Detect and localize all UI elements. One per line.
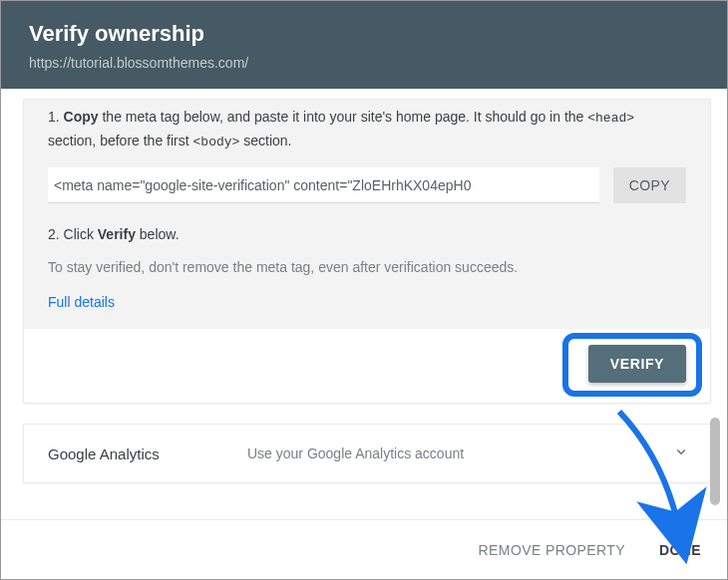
dialog-title: Verify ownership (29, 21, 699, 47)
step-2-text: 2. Click Verify below. (48, 223, 686, 245)
chevron-down-icon (672, 442, 690, 464)
dialog-header: Verify ownership https://tutorial.blosso… (1, 1, 727, 89)
stay-verified-note: To stay verified, don't remove the meta … (48, 259, 686, 275)
step-1-text: 1. Copy the meta tag below, and paste it… (48, 106, 686, 153)
html-tag-panel: 1. Copy the meta tag below, and paste it… (23, 99, 711, 404)
dialog-url: https://tutorial.blossomthemes.com/ (29, 55, 699, 71)
full-details-link[interactable]: Full details (48, 294, 115, 310)
copy-button[interactable]: COPY (613, 167, 686, 203)
meta-tag-input[interactable] (48, 167, 599, 203)
scrollbar-thumb[interactable] (710, 418, 720, 505)
google-analytics-panel[interactable]: Google Analytics Use your Google Analyti… (23, 424, 711, 483)
ga-description: Use your Google Analytics account (247, 445, 672, 461)
dialog-footer: REMOVE PROPERTY DONE (1, 519, 727, 579)
remove-property-button[interactable]: REMOVE PROPERTY (479, 542, 625, 558)
done-button[interactable]: DONE (659, 542, 701, 558)
dialog-body: 1. Copy the meta tag below, and paste it… (1, 99, 727, 519)
verify-ownership-dialog: Verify ownership https://tutorial.blosso… (0, 0, 728, 580)
ga-title: Google Analytics (48, 445, 247, 462)
verify-button[interactable]: VERIFY (588, 345, 686, 383)
